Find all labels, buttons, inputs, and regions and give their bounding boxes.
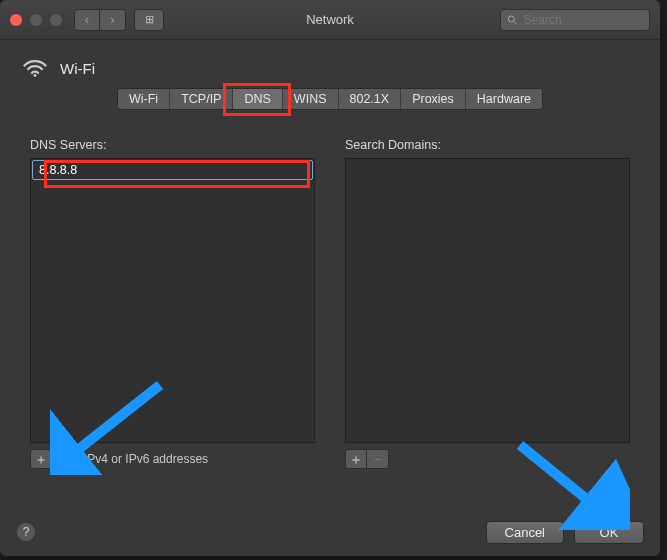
connection-header: Wi-Fi <box>0 40 660 88</box>
chevron-left-icon: ‹ <box>85 12 89 27</box>
minus-icon: − <box>373 452 381 466</box>
network-prefs-window: ‹ › ⊞ Network Wi-Fi Wi-FiTCP/IPDNSWINS80… <box>0 0 660 556</box>
window-controls <box>10 14 62 26</box>
minus-icon: − <box>58 452 66 466</box>
connection-title: Wi-Fi <box>60 60 95 77</box>
svg-line-1 <box>514 21 517 24</box>
dns-remove-button[interactable]: − <box>52 449 74 469</box>
search-domains-column: Search Domains: ＋ − <box>345 138 630 469</box>
tab-wins[interactable]: WINS <box>283 89 339 109</box>
dialog-buttons: Cancel OK <box>486 521 644 544</box>
close-window-button[interactable] <box>10 14 22 26</box>
svg-point-2 <box>34 74 37 77</box>
dns-servers-label: DNS Servers: <box>30 138 315 152</box>
titlebar: ‹ › ⊞ Network <box>0 0 660 40</box>
dns-entry[interactable]: 8.8.8.8 <box>32 160 313 180</box>
domains-remove-button[interactable]: − <box>367 449 389 469</box>
search-field-wrap <box>500 9 650 31</box>
tab-proxies[interactable]: Proxies <box>401 89 466 109</box>
plus-icon: ＋ <box>34 452 48 466</box>
help-icon: ? <box>23 525 30 539</box>
search-domains-list[interactable] <box>345 158 630 443</box>
show-all-button[interactable]: ⊞ <box>134 9 164 31</box>
domains-plus-minus: ＋ − <box>345 449 389 469</box>
dns-plus-minus: ＋ − <box>30 449 74 469</box>
domains-add-button[interactable]: ＋ <box>345 449 367 469</box>
tab-tcpip[interactable]: TCP/IP <box>170 89 233 109</box>
domains-list-footer: ＋ − <box>345 449 630 469</box>
tab-dns[interactable]: DNS <box>233 89 282 109</box>
cancel-button[interactable]: Cancel <box>486 521 564 544</box>
tab-8021x[interactable]: 802.1X <box>339 89 402 109</box>
forward-button[interactable]: › <box>100 9 126 31</box>
wifi-icon <box>22 58 48 78</box>
tabs-wrap: Wi-FiTCP/IPDNSWINS802.1XProxiesHardware <box>0 88 660 110</box>
svg-point-0 <box>508 16 514 22</box>
help-button[interactable]: ? <box>16 522 36 542</box>
tab-hardware[interactable]: Hardware <box>466 89 542 109</box>
content-columns: DNS Servers: 8.8.8.8 ＋ − IPv4 or IPv6 ad… <box>0 110 660 469</box>
minimize-window-button[interactable] <box>30 14 42 26</box>
maximize-window-button[interactable] <box>50 14 62 26</box>
dns-hint-text: IPv4 or IPv6 addresses <box>84 452 208 466</box>
tab-wifi[interactable]: Wi-Fi <box>118 89 170 109</box>
dns-list-footer: ＋ − IPv4 or IPv6 addresses <box>30 449 315 469</box>
ok-button[interactable]: OK <box>574 521 644 544</box>
dns-servers-column: DNS Servers: 8.8.8.8 ＋ − IPv4 or IPv6 ad… <box>30 138 315 469</box>
search-input[interactable] <box>524 13 643 27</box>
dns-servers-list[interactable]: 8.8.8.8 <box>30 158 315 443</box>
dns-add-button[interactable]: ＋ <box>30 449 52 469</box>
back-button[interactable]: ‹ <box>74 9 100 31</box>
tab-bar: Wi-FiTCP/IPDNSWINS802.1XProxiesHardware <box>117 88 543 110</box>
search-domains-label: Search Domains: <box>345 138 630 152</box>
chevron-right-icon: › <box>110 12 114 27</box>
grid-icon: ⊞ <box>145 13 154 26</box>
bottom-bar: ? Cancel OK <box>0 508 660 556</box>
nav-back-forward: ‹ › <box>74 9 126 31</box>
plus-icon: ＋ <box>349 452 363 466</box>
search-icon <box>507 14 518 26</box>
